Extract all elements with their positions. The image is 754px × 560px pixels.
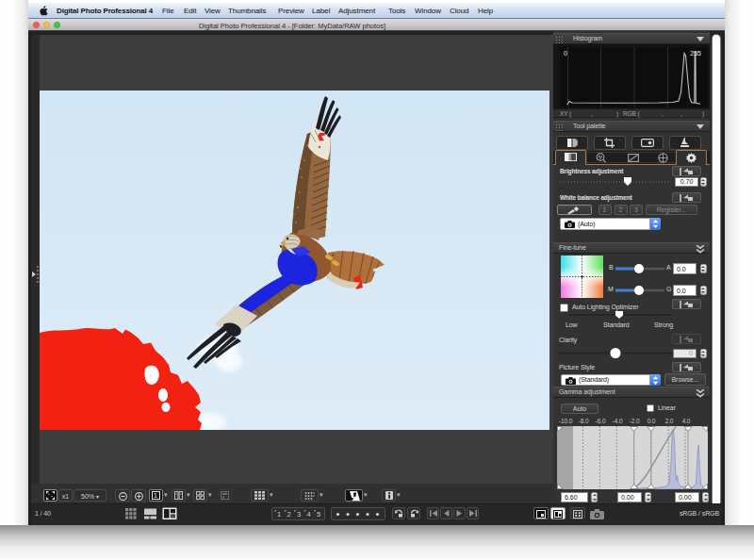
svg-text:0: 0: [564, 50, 567, 57]
svg-text:5: 5: [317, 510, 320, 518]
svg-text:1: 1: [277, 510, 281, 518]
svg-text:255: 255: [690, 50, 701, 57]
svg-text:4: 4: [307, 510, 311, 518]
svg-text:2: 2: [287, 510, 291, 518]
svg-text:1: 1: [154, 492, 157, 499]
svg-text:3: 3: [297, 510, 301, 518]
